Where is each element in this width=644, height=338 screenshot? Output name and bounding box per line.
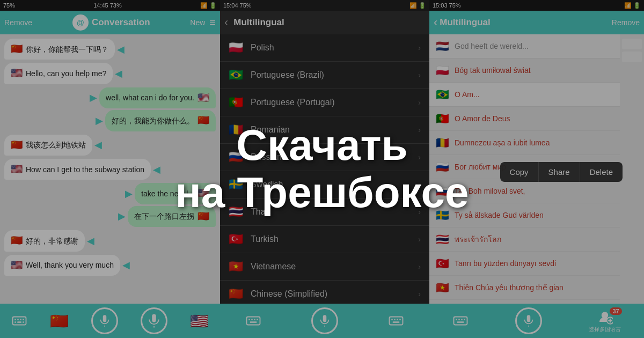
svg-rect-23 [397,319,399,320]
flag-cn: 🇨🇳 [197,210,209,223]
list-item[interactable]: 🇧🇷 Portuguese (Brazil) › [220,62,429,89]
message-text: take the next l... [141,189,194,199]
share-button[interactable]: Share [539,162,580,182]
message-text: 在下一个路口左拐 [134,211,194,221]
multilingual-list: 🇳🇱 God heeft de wereld... ◀ 🇵🇱 Bóg tak u… [429,34,644,304]
mic-button-2-left[interactable] [141,307,167,334]
svg-rect-20 [390,317,403,325]
speak-icon[interactable]: ◀ [87,235,94,247]
flag-ru: 🇷🇺 [229,150,243,164]
speak-icon[interactable]: ▶ [125,188,133,200]
conversation-icon: @ [72,14,89,31]
flag-cn-bottom-left[interactable]: 🇨🇳 [50,312,69,330]
list-item[interactable]: 🇷🇺 Russian › [220,144,429,171]
flag-us: 🇺🇸 [197,187,209,200]
status-mid-icons: 📶 🔋 [409,2,426,9]
chevron-right-icon: › [418,235,421,244]
svg-rect-25 [393,321,400,323]
message-text: How can I get to the subway station [26,165,144,174]
svg-rect-4 [23,319,24,320]
flag-us: 🇺🇸 [11,163,23,175]
flag-cn: 🇨🇳 [11,139,23,151]
svg-rect-1 [14,319,16,320]
nav-title-right: Multilingual [440,17,490,28]
list-item[interactable]: 🇵🇱 Polish › [220,34,429,62]
flag-us: 🇺🇸 [11,259,23,271]
language-name: Romanian [251,125,418,135]
flag-pl: 🇵🇱 [436,64,449,77]
mic-button-right-left[interactable] [141,307,167,334]
list-item[interactable]: 🇷🇴 Romanian › [220,116,429,144]
chevron-right-icon: › [418,153,421,161]
flag-nl: 🇳🇱 [436,40,449,53]
list-item: 🇳🇱 God heeft de wereld... ◀ [429,34,644,58]
speak-icon[interactable]: ◀ [153,164,160,175]
speak-icon[interactable]: ▶ [118,210,126,222]
list-item[interactable]: 🇵🇹 Portuguese (Portugal) › [220,89,429,116]
message-text: 好的，非常感谢 [26,236,78,246]
table-row: 🇨🇳 我该怎么到地铁站 ◀ [4,135,216,156]
svg-rect-21 [392,319,393,320]
language-name: Polish [251,43,418,53]
flag-us: 🇺🇸 [197,92,209,104]
svg-rect-8 [103,315,107,322]
nav-bar-left: Remove @ Conversation New ≡ [0,11,220,34]
keyboard-icon-2-middle[interactable] [388,313,404,329]
bottom-bar-middle [220,304,429,338]
svg-rect-26 [454,317,467,325]
message-bubble: 在下一个路口左拐 🇨🇳 [128,206,216,227]
remove-button-right[interactable]: Remove [612,18,640,27]
remove-button-left[interactable]: Remove [4,18,32,27]
message-text: Well, thank you very much [26,260,114,270]
list-item[interactable]: 🇨🇳 Chinese (Simplified) › [220,281,429,304]
partial-content [620,34,644,67]
flag-sk: 🇸🇰 [436,185,449,197]
add-language-button[interactable]: 37 选择多国语言 [589,308,621,333]
multilingual-text: Bóg tak umiłował świat [455,66,630,75]
speak-icon[interactable]: ◀ [117,43,125,55]
speak-icon[interactable]: ◀ [94,139,102,151]
multilingual-text: Tanrı bu yüzden dünyayı sevdi [455,259,630,268]
language-picker-panel: 🇵🇱 Polish › 🇧🇷 Portuguese (Brazil) › 🇵🇹 … [220,34,429,304]
list-item[interactable]: 🇻🇳 Vietnamese › [220,253,429,281]
nav-title-middle: Multilingual [233,17,284,28]
nav-bar-right: ‹ Multilingual Remove [429,11,644,34]
multilingual-text: พระเจ้ารักโลก [455,233,630,245]
keyboard-icon-right[interactable] [452,313,469,329]
table-row: 好的，我能为你做什么。 🇨🇳 ▶ [96,110,216,131]
flag-pt: 🇵🇹 [229,95,243,109]
keyboard-icon-middle[interactable] [245,313,261,329]
new-button[interactable]: New [190,18,205,27]
menu-button[interactable]: ≡ [209,17,216,29]
mic-button-left[interactable] [91,307,118,334]
svg-rect-3 [20,319,21,320]
back-icon-middle[interactable]: ‹ [224,16,228,30]
svg-rect-7 [23,321,24,323]
back-icon-right[interactable]: ‹ [434,16,437,30]
list-item[interactable]: 🇹🇷 Turkish › [220,226,429,253]
flag-tr: 🇹🇷 [436,257,449,270]
copy-button[interactable]: Copy [500,162,539,182]
list-item[interactable]: 🇸🇪 Swedish › [220,171,429,199]
keyboard-icon-left[interactable] [11,313,27,329]
table-row: 在下一个路口左拐 🇨🇳 ▶ [118,206,216,227]
speak-icon[interactable]: ▶ [96,115,103,127]
flag-th: 🇹🇭 [229,205,243,219]
mic-button-right[interactable] [515,307,542,334]
flag-us-bottom-left[interactable]: 🇺🇸 [190,312,209,330]
flag-vn: 🇻🇳 [229,260,243,274]
msg-group-right2: take the next l... 🇺🇸 ▶ 在下一个路口左拐 🇨🇳 ▶ [4,183,216,227]
speak-icon[interactable]: ▶ [90,92,97,104]
speak-icon[interactable]: ◀ [122,259,130,271]
language-name: Portuguese (Portugal) [251,98,418,107]
delete-button[interactable]: Delete [580,162,623,182]
speak-icon[interactable]: ◀ [115,68,122,79]
chevron-right-icon: › [418,43,421,52]
list-item[interactable]: 🇹🇭 Thai › [220,199,429,226]
language-name: Thai [251,207,418,217]
svg-rect-28 [459,319,460,320]
mic-button-middle[interactable] [311,307,338,334]
list-item: 🇨🇳 神爱世人 ◀ [429,300,644,304]
language-name: Vietnamese [251,262,418,271]
list-item: 🇹🇷 Tanrı bu yüzden dünyayı sevdi ◀ [429,252,644,276]
